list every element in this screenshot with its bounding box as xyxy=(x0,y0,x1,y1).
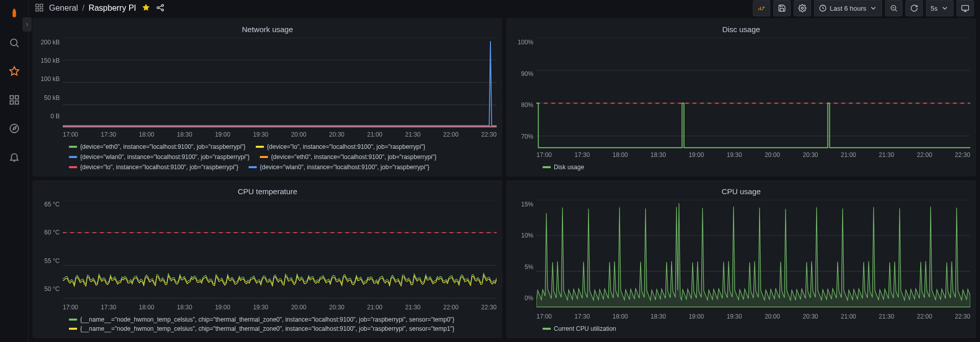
star-icon[interactable] xyxy=(141,3,151,14)
time-range-picker[interactable]: Last 6 hours xyxy=(814,0,883,16)
svg-rect-3 xyxy=(15,96,18,99)
x-axis: 17:0017:3018:0018:3019:0019:3020:0020:30… xyxy=(507,149,975,160)
main: General / Raspberry PI Last xyxy=(29,0,980,342)
legend: Current CPU utilization xyxy=(507,321,975,334)
legend: Disk usage xyxy=(507,160,975,173)
legend: {__name__="node_hwmon_temp_celsius", chi… xyxy=(33,312,502,334)
topbar: General / Raspberry PI Last xyxy=(29,0,980,16)
expand-sidebar-button[interactable] xyxy=(22,17,32,32)
legend: {device="eth0", instance="localhost:9100… xyxy=(33,139,502,173)
legend-item[interactable]: {device="wlan0", instance="localhost:910… xyxy=(249,164,429,171)
chevron-down-icon xyxy=(941,4,949,12)
legend-item[interactable]: {device="wlan0", instance="localhost:910… xyxy=(69,153,250,161)
y-axis: 200 kB 150 kB 100 kB 50 kB 0 B xyxy=(38,38,63,128)
y-axis: 15% 10% 5% 0% xyxy=(512,200,536,311)
svg-point-1 xyxy=(10,39,17,46)
time-range-label: Last 6 hours xyxy=(830,5,867,12)
dashboards-icon[interactable] xyxy=(4,90,24,110)
svg-rect-9 xyxy=(36,8,38,11)
legend-item[interactable]: {device="lo", instance="localhost:9100",… xyxy=(69,164,238,171)
legend-item[interactable]: {device="eth0", instance="localhost:9100… xyxy=(69,143,246,150)
svg-rect-2 xyxy=(10,96,13,99)
panel-title[interactable]: CPU temperature xyxy=(33,184,502,198)
breadcrumb-dashboard: Raspberry PI xyxy=(88,4,136,13)
search-icon[interactable] xyxy=(4,33,24,53)
breadcrumb-separator: / xyxy=(82,4,84,13)
svg-rect-4 xyxy=(10,101,13,104)
panel-network-usage: Network usage 200 kB 150 kB 100 kB 50 kB… xyxy=(33,18,502,176)
refresh-button[interactable] xyxy=(905,0,923,16)
explore-icon[interactable] xyxy=(4,118,24,139)
panel-cpu-usage: CPU usage 15% 10% 5% 0% xyxy=(506,180,976,338)
breadcrumb-folder[interactable]: General xyxy=(49,4,78,13)
save-button[interactable] xyxy=(773,0,791,16)
chart-area[interactable] xyxy=(536,38,970,149)
svg-rect-7 xyxy=(36,4,38,7)
legend-item[interactable]: {device="lo", instance="localhost:9100",… xyxy=(256,143,425,150)
refresh-interval-label: 5s xyxy=(930,5,938,12)
zoom-out-button[interactable] xyxy=(885,0,902,16)
svg-rect-10 xyxy=(40,8,43,11)
sidebar xyxy=(0,0,29,342)
svg-point-12 xyxy=(161,4,163,6)
svg-point-0 xyxy=(12,14,16,17)
svg-point-6 xyxy=(10,124,18,133)
chart-area[interactable] xyxy=(63,38,497,128)
svg-rect-8 xyxy=(40,4,43,7)
legend-item[interactable]: Current CPU utilization xyxy=(543,325,616,332)
panel-cpu-temperature: CPU temperature 65 °C 60 °C 55 °C 50 °C xyxy=(33,180,502,338)
chart-area[interactable] xyxy=(63,200,497,302)
panel-disc-usage: Disc usage 100% 90% 80% 70% xyxy=(506,18,976,176)
breadcrumb: General / Raspberry PI xyxy=(49,4,136,13)
tv-mode-button[interactable] xyxy=(957,0,974,16)
panel-title[interactable]: Disc usage xyxy=(507,22,975,36)
x-axis: 17:0017:3018:0018:3019:0019:3020:0020:30… xyxy=(33,302,502,312)
grafana-logo-icon[interactable] xyxy=(4,4,24,24)
x-axis: 17:0017:3018:0018:3019:0019:3020:0020:30… xyxy=(507,311,975,321)
y-axis: 65 °C 60 °C 55 °C 50 °C xyxy=(38,200,63,302)
panel-title[interactable]: CPU usage xyxy=(507,184,975,198)
panel-grid: Network usage 200 kB 150 kB 100 kB 50 kB… xyxy=(29,16,980,342)
y-axis: 100% 90% 80% 70% xyxy=(512,38,536,149)
apps-icon[interactable] xyxy=(35,3,44,14)
svg-rect-5 xyxy=(15,101,18,104)
svg-point-14 xyxy=(801,7,803,9)
chart-area[interactable] xyxy=(536,200,970,311)
panel-title[interactable]: Network usage xyxy=(33,22,502,36)
svg-rect-17 xyxy=(962,6,968,10)
starred-icon[interactable] xyxy=(4,61,24,82)
alerting-icon[interactable] xyxy=(4,147,24,167)
share-icon[interactable] xyxy=(156,3,165,14)
x-axis: 17:0017:3018:0018:3019:0019:3020:0020:30… xyxy=(33,129,502,139)
legend-item[interactable]: {__name__="node_hwmon_temp_celsius", chi… xyxy=(69,325,495,332)
refresh-interval-picker[interactable]: 5s xyxy=(926,0,953,16)
svg-point-13 xyxy=(161,9,163,11)
add-panel-button[interactable] xyxy=(753,0,770,16)
legend-item[interactable]: {__name__="node_hwmon_temp_celsius", chi… xyxy=(69,316,495,323)
legend-item[interactable]: {device="eth0", instance="localhost:9100… xyxy=(260,153,436,161)
legend-item[interactable]: Disk usage xyxy=(543,164,584,171)
chevron-down-icon xyxy=(869,4,877,12)
settings-button[interactable] xyxy=(794,0,811,16)
svg-point-11 xyxy=(157,7,159,9)
